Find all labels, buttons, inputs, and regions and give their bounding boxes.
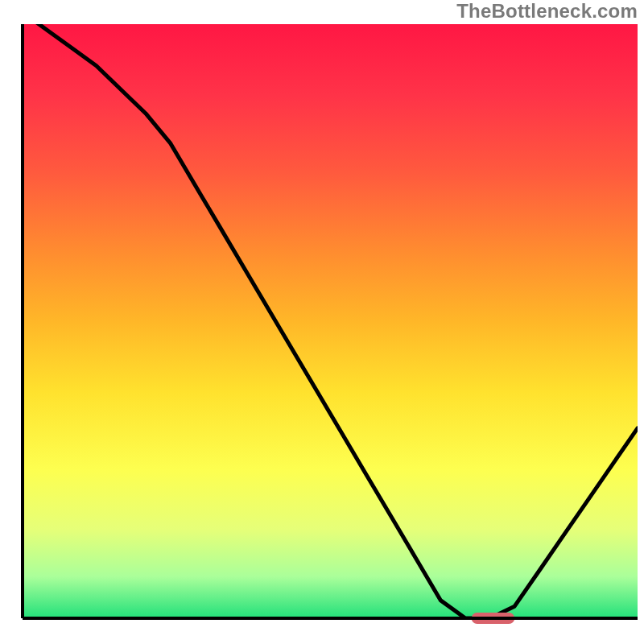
bottleneck-chart: [0, 0, 644, 644]
plot-background: [23, 24, 638, 618]
chart-container: TheBottleneck.com: [0, 0, 644, 644]
